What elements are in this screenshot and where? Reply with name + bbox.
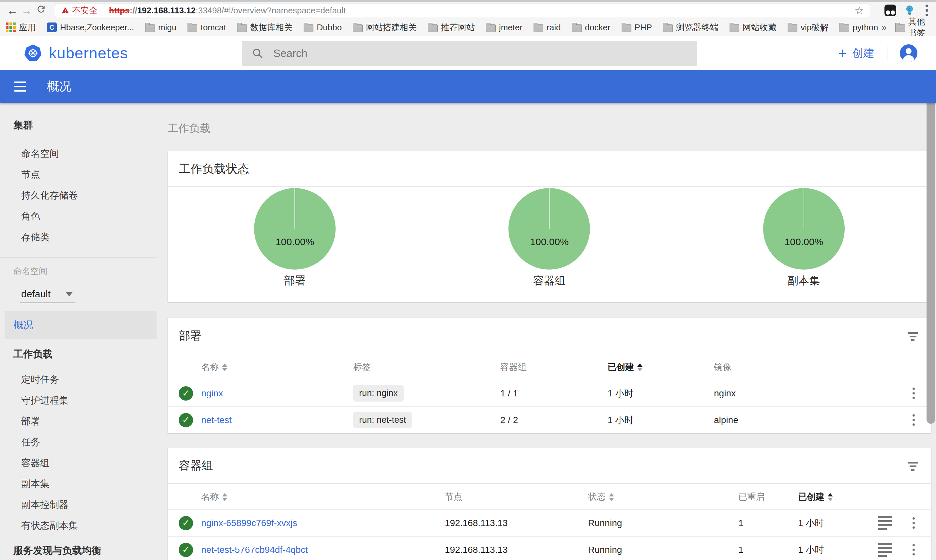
bookmark-icon — [621, 25, 631, 32]
bookmark-item[interactable]: 网站搭建相关 — [353, 22, 417, 33]
bookmark-label: Dubbo — [317, 23, 342, 32]
workload-status-card: 工作负载状态 100.00% 部署 100.00% 容器组 — [168, 151, 931, 302]
brand[interactable]: kubernetes — [23, 44, 128, 63]
pod-name-link[interactable]: net-test-5767cb94df-4qbct — [201, 545, 308, 555]
sidebar-item[interactable]: 副本控制器 — [0, 494, 157, 515]
reload-icon[interactable] — [34, 4, 48, 17]
bookmark-item[interactable]: 推荐网站 — [428, 22, 475, 33]
sidebar-section-cluster[interactable]: 集群 — [0, 118, 157, 132]
workload-items: 定时任务守护进程集部署任务容器组副本集副本控制器有状态副本集 — [0, 369, 157, 536]
bookmark-star-icon[interactable]: ☆ — [854, 4, 864, 17]
lightbulb-extension-icon[interactable] — [904, 5, 915, 16]
bookmark-item[interactable]: Hbase,Zookeeper... — [47, 23, 134, 32]
sidebar-item[interactable]: 定时任务 — [0, 369, 157, 390]
bookmark-icon — [663, 25, 673, 32]
bookmark-item[interactable]: tomcat — [188, 23, 226, 32]
column-name[interactable]: 名称 — [201, 361, 353, 373]
sidebar-item[interactable]: 有状态副本集 — [0, 515, 157, 536]
other-bookmarks-label: 其他书签 — [908, 16, 930, 39]
column-status[interactable]: 状态 — [588, 491, 739, 503]
bookmark-icon — [6, 23, 15, 32]
scrollbar-thumb[interactable] — [927, 92, 935, 424]
back-icon[interactable]: ← — [5, 4, 20, 17]
bookmarks-overflow-icon[interactable]: » — [878, 22, 895, 33]
pod-row: nginx-65899c769f-xvxjs 192.168.113.13 Ru… — [168, 509, 931, 536]
sidebar-item[interactable]: 节点 — [0, 164, 157, 185]
created-age: 1 小时 — [608, 387, 714, 400]
sidebar-item[interactable]: 副本集 — [0, 473, 157, 494]
sidebar-section-workloads[interactable]: 工作负载 — [0, 348, 157, 361]
row-menu-icon[interactable] — [906, 516, 921, 530]
column-created[interactable]: 已创建 — [608, 361, 714, 373]
bookmark-item[interactable]: python — [839, 23, 878, 32]
other-bookmarks-button[interactable]: 其他书签 — [895, 16, 930, 39]
pod-name-link[interactable]: nginx-65899c769f-xvxjs — [201, 518, 297, 528]
sidebar-item[interactable]: 部署 — [0, 411, 157, 432]
bookmark-item[interactable]: vip破解 — [788, 22, 828, 33]
sidebar-item[interactable]: 存储类 — [0, 226, 157, 248]
sidebar-item[interactable]: 角色 — [0, 206, 157, 226]
row-menu-icon[interactable] — [906, 413, 921, 427]
bookmark-item[interactable]: 应用 — [6, 22, 36, 33]
deployments-rows: nginx run: nginx 1 / 1 1 小时 nginx net-te… — [168, 380, 931, 433]
bookmark-item[interactable]: 数据库相关 — [237, 22, 293, 33]
sidebar-item-overview[interactable]: 概况 — [5, 311, 157, 339]
bookmark-icon — [47, 23, 57, 32]
search-input[interactable] — [273, 47, 600, 60]
browser-menu-icon[interactable] — [923, 3, 931, 18]
sort-icons — [609, 493, 614, 501]
bookmark-item[interactable]: docker — [572, 23, 611, 32]
logs-icon[interactable] — [878, 543, 892, 557]
url-scheme: https — [109, 6, 130, 15]
deployment-name-link[interactable]: nginx — [201, 388, 223, 398]
extension-icon-dark[interactable] — [885, 5, 896, 16]
sidebar-item[interactable]: 容器组 — [0, 452, 157, 473]
bookmark-item[interactable]: PHP — [621, 23, 652, 32]
pod-status: Running — [588, 545, 739, 555]
status-ok-icon — [179, 386, 193, 401]
filter-icon[interactable] — [908, 462, 918, 471]
security-warning-label[interactable]: 不安全 — [72, 5, 97, 16]
search-box[interactable] — [242, 41, 697, 66]
bookmark-label: 推荐网站 — [441, 22, 475, 33]
bookmarks-list: 应用 Hbase,Zookeeper... migu tomcat 数据库相关 … — [6, 22, 878, 33]
sidebar-item[interactable]: 持久化存储卷 — [0, 185, 157, 206]
row-menu-icon[interactable] — [906, 543, 921, 557]
pods-card-title: 容器组 — [168, 448, 931, 483]
bookmark-label: raid — [547, 23, 561, 32]
bookmark-label: PHP — [635, 23, 652, 32]
sidebar-item[interactable]: 命名空间 — [0, 143, 157, 164]
bookmark-item[interactable]: 网站收藏 — [729, 22, 777, 33]
column-name[interactable]: 名称 — [201, 491, 445, 503]
row-menu-icon[interactable] — [906, 386, 921, 400]
create-button[interactable]: + 创建 — [838, 46, 874, 61]
status-pie: 100.00% 部署 — [168, 188, 422, 287]
address-bar[interactable]: 不安全 https :// 192.168.113.12 :33498/#!/o… — [55, 4, 870, 17]
user-avatar[interactable] — [900, 44, 917, 62]
sidebar-item[interactable]: 守护进程集 — [0, 390, 157, 411]
bookmark-item[interactable]: 浏览器终端 — [663, 22, 719, 33]
pie-label: 部署 — [284, 274, 305, 287]
namespace-select[interactable]: default — [21, 288, 157, 300]
bookmark-label: vip破解 — [801, 22, 828, 33]
column-created[interactable]: 已创建 — [798, 491, 878, 503]
sidebar-item[interactable]: 任务 — [0, 432, 157, 452]
sidebar-section-discovery[interactable]: 服务发现与负载均衡 — [0, 544, 157, 557]
column-labels: 标签 — [353, 361, 500, 373]
pie-chart: 100.00% — [254, 188, 336, 269]
bookmark-item[interactable]: jmeter — [486, 23, 523, 32]
hamburger-menu-icon[interactable] — [12, 80, 28, 94]
column-images: 镜像 — [714, 361, 906, 373]
bookmark-item[interactable]: migu — [145, 23, 176, 32]
logs-icon[interactable] — [878, 516, 892, 530]
filter-icon[interactable] — [908, 332, 918, 341]
app-header: kubernetes + 创建 — [0, 36, 936, 70]
bookmark-item[interactable]: Dubbo — [304, 23, 342, 32]
restart-count: 1 — [739, 518, 798, 528]
deployment-name-link[interactable]: net-test — [201, 415, 231, 425]
bookmark-item[interactable]: raid — [534, 23, 561, 32]
bookmark-icon — [237, 25, 247, 32]
forward-icon[interactable]: → — [20, 4, 34, 17]
cluster-items: 命名空间节点持久化存储卷角色存储类 — [0, 143, 157, 248]
deployments-card: 部署 名称 标签 容器组 已创建 镜像 nginx run: nginx 1 /… — [168, 318, 931, 433]
